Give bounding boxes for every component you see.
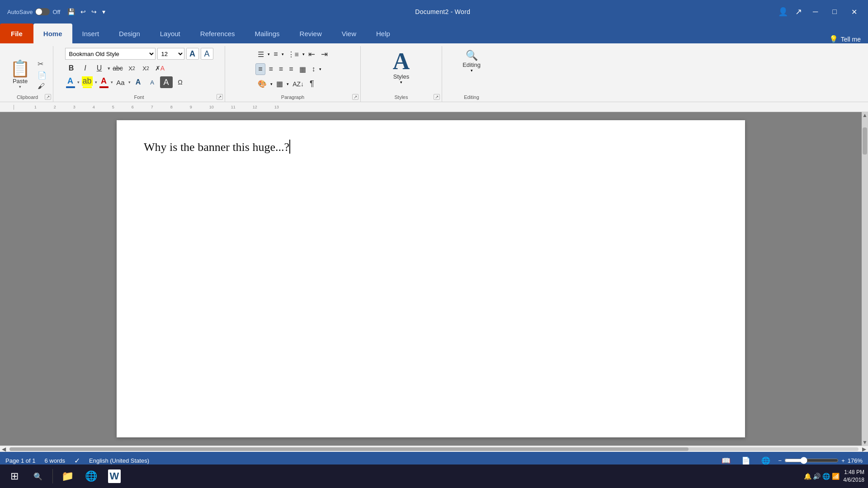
italic-button[interactable]: I — [79, 62, 92, 74]
format-painter-button[interactable]: 🖌 — [36, 81, 48, 91]
save-quick-btn[interactable]: 💾 — [66, 7, 77, 16]
numbering-btn[interactable]: ≡ — [271, 49, 280, 60]
scroll-thumb[interactable] — [863, 127, 867, 155]
vertical-scrollbar[interactable]: ▲ ▼ — [862, 112, 868, 446]
tab-insert[interactable]: Insert — [72, 23, 109, 43]
bullets-dropdown[interactable]: ▾ — [268, 52, 270, 56]
customize-qat-btn[interactable]: ▾ — [100, 7, 107, 16]
shrink-font-btn2[interactable]: A — [146, 76, 159, 88]
pilcrow-btn[interactable]: ¶ — [307, 78, 316, 90]
highlight-dropdown[interactable]: ▾ — [95, 80, 97, 84]
multilevel-dropdown[interactable]: ▾ — [302, 52, 305, 56]
paragraph-expand-btn[interactable]: ↗ — [352, 94, 359, 100]
shading-btn[interactable]: 🎨 — [255, 78, 269, 89]
strikethrough-button[interactable]: abc — [112, 62, 124, 74]
shading-dropdown[interactable]: ▾ — [270, 82, 273, 86]
tab-layout[interactable]: Layout — [150, 23, 190, 43]
multilevel-btn[interactable]: ⋮≡ — [285, 49, 301, 60]
font-color-button[interactable]: A — [65, 75, 76, 89]
paste-button[interactable]: 📋 Paste ▾ — [6, 59, 34, 91]
decrease-indent-btn[interactable]: ⇤ — [306, 48, 317, 61]
grow-font-btn[interactable]: A — [186, 48, 199, 60]
columns-btn[interactable]: ▦ — [297, 64, 308, 75]
start-button[interactable]: ⊞ — [4, 465, 25, 487]
doc-content[interactable]: Why is the banner this huge...? — [144, 141, 289, 154]
clipboard-expand-btn[interactable]: ↗ — [45, 94, 51, 100]
text-color-dropdown[interactable]: ▾ — [111, 80, 113, 84]
scroll-down-btn[interactable]: ▼ — [862, 439, 868, 446]
font-color-dropdown[interactable]: ▾ — [77, 80, 80, 84]
minimize-button[interactable]: ─ — [809, 6, 821, 18]
tab-view[interactable]: View — [332, 23, 366, 43]
font-family-select[interactable]: Bookman Old Style — [65, 48, 156, 60]
spell-check-icon[interactable]: ✓ — [74, 456, 80, 465]
chrome-btn[interactable]: 🌐 — [80, 465, 102, 487]
scroll-right-btn[interactable]: ▶ — [860, 446, 868, 452]
zoom-slider[interactable] — [784, 457, 839, 464]
scroll-up-btn[interactable]: ▲ — [862, 112, 868, 118]
word-taskbar-btn[interactable]: W — [104, 465, 125, 487]
autosave-switch[interactable] — [35, 8, 50, 15]
tab-home[interactable]: Home — [33, 23, 72, 43]
font-expand-btn[interactable]: ↗ — [217, 94, 223, 100]
redo-quick-btn[interactable]: ↪ — [90, 7, 99, 16]
share-icon[interactable]: 👤 — [778, 7, 788, 17]
numbering-dropdown[interactable]: ▾ — [282, 52, 284, 56]
justify-btn[interactable]: ≡ — [287, 64, 295, 75]
grow-font-btn2[interactable]: A — [132, 76, 145, 88]
borders-dropdown[interactable]: ▾ — [287, 82, 289, 86]
scroll-left-btn[interactable]: ◀ — [0, 446, 8, 452]
align-left-btn[interactable]: ≡ — [255, 63, 265, 75]
align-right-btn[interactable]: ≡ — [277, 64, 285, 75]
dark-font-btn[interactable]: A — [160, 76, 173, 88]
tab-file[interactable]: File — [0, 23, 33, 43]
doc-page[interactable]: Why is the banner this huge...? — [117, 120, 745, 437]
tell-me-bar[interactable]: 💡 Tell me — [829, 35, 868, 43]
increase-indent-btn[interactable]: ⇥ — [319, 48, 330, 61]
undo-quick-btn[interactable]: ↩ — [79, 7, 88, 16]
zoom-out-btn[interactable]: − — [778, 457, 782, 464]
font-size-select[interactable]: 12 — [157, 48, 184, 60]
change-case-btn[interactable]: Aa — [114, 76, 127, 88]
editing-button[interactable]: 🔍 Editing ▾ — [458, 48, 485, 75]
sort-btn[interactable]: AZ↓ — [290, 79, 306, 89]
change-case-dropdown[interactable]: ▾ — [128, 80, 131, 84]
shrink-font-btn[interactable]: A — [201, 48, 213, 60]
styles-expand-btn[interactable]: ↗ — [434, 94, 440, 100]
language[interactable]: English (United States) — [89, 457, 149, 464]
highlight-color-btn[interactable]: ab — [81, 75, 94, 89]
underline-button[interactable]: U — [93, 62, 106, 74]
bold-button[interactable]: B — [65, 62, 78, 74]
paste-dropdown-icon[interactable]: ▾ — [19, 84, 21, 89]
h-scroll-track[interactable] — [9, 447, 859, 451]
editing-dropdown[interactable]: ▾ — [471, 68, 473, 73]
zoom-in-btn[interactable]: + — [841, 457, 845, 464]
autosave-toggle[interactable]: AutoSave Off — [7, 8, 60, 15]
text-color-btn[interactable]: A — [99, 75, 109, 89]
clear-formatting-btn[interactable]: ✗A — [154, 62, 166, 74]
tab-references[interactable]: References — [190, 23, 245, 43]
line-spacing-btn[interactable]: ↕ — [310, 64, 318, 75]
tab-review[interactable]: Review — [290, 23, 332, 43]
borders-btn[interactable]: ▦ — [274, 78, 285, 89]
subscript-button[interactable]: X2 — [126, 62, 138, 74]
symbol-btn[interactable]: Ω — [174, 76, 187, 88]
styles-button[interactable]: A Styles ▾ — [387, 48, 415, 86]
copy-button[interactable]: 📄 — [36, 70, 48, 80]
h-scroll-thumb[interactable] — [9, 447, 689, 451]
doc-scroll-area[interactable]: Why is the banner this huge...? — [0, 112, 862, 446]
styles-dropdown[interactable]: ▾ — [400, 80, 402, 84]
underline-dropdown[interactable]: ▾ — [108, 66, 110, 71]
tab-help[interactable]: Help — [366, 23, 400, 43]
search-taskbar-btn[interactable]: 🔍 — [27, 465, 49, 487]
maximize-button[interactable]: □ — [829, 6, 840, 18]
cut-button[interactable]: ✂ — [36, 59, 48, 69]
line-spacing-dropdown[interactable]: ▾ — [319, 67, 321, 71]
superscript-button[interactable]: X2 — [140, 62, 152, 74]
file-explorer-btn[interactable]: 📁 — [57, 465, 78, 487]
bullets-btn[interactable]: ☰ — [255, 49, 266, 60]
close-button[interactable]: ✕ — [848, 6, 861, 18]
tab-mailings[interactable]: Mailings — [245, 23, 290, 43]
align-center-btn[interactable]: ≡ — [267, 64, 275, 75]
share-btn[interactable]: ↗ — [795, 7, 802, 17]
